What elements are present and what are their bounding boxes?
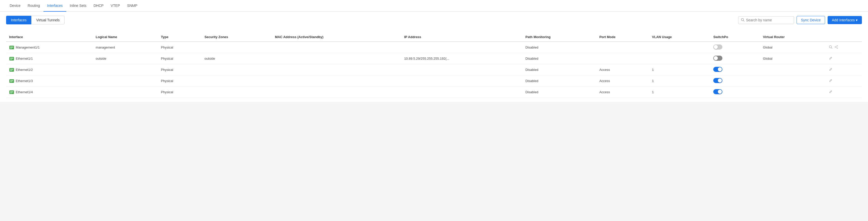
interface-icon: [9, 79, 14, 83]
cell-logical-name: management: [93, 42, 158, 53]
col-type: Type: [158, 33, 201, 42]
cell-type: Physical: [158, 87, 201, 98]
edit-action-icon[interactable]: [829, 68, 832, 72]
svg-line-12: [835, 47, 837, 48]
nav-item-vtep[interactable]: VTEP: [107, 0, 124, 12]
interface-icon: [9, 57, 14, 61]
table-row: Ethernet1/3 PhysicalDisabledAccess1: [6, 75, 862, 87]
col-logical-name: Logical Name: [93, 33, 158, 42]
cell-mac-address: [272, 87, 401, 98]
edit-action-icon[interactable]: [829, 90, 832, 94]
col-security-zones: Security Zones: [202, 33, 272, 42]
toolbar: Interfaces Virtual Tunnels Sync Device A…: [6, 16, 862, 24]
tab-interfaces[interactable]: Interfaces: [6, 16, 31, 24]
action-icons: [829, 90, 859, 94]
switchport-toggle[interactable]: [713, 67, 722, 72]
svg-line-27: [831, 80, 831, 80]
cell-vlan-usage: 1: [649, 87, 710, 98]
content-area: Interfaces Virtual Tunnels Sync Device A…: [0, 12, 868, 102]
svg-point-9: [837, 48, 838, 49]
nav-item-interfaces[interactable]: Interfaces: [43, 0, 66, 12]
table-header-row: Interface Logical Name Type Security Zon…: [6, 33, 862, 42]
svg-line-17: [831, 57, 831, 58]
cell-path-monitoring: Disabled: [522, 42, 596, 53]
search-action-icon[interactable]: [829, 45, 832, 50]
edit-action-icon[interactable]: [829, 79, 832, 83]
top-nav: DeviceRoutingInterfacesInline SetsDHCPVT…: [0, 0, 868, 12]
action-icons: [829, 79, 859, 83]
action-icons: [829, 56, 859, 61]
edit-action-icon[interactable]: [829, 56, 832, 61]
sync-device-button[interactable]: Sync Device: [797, 16, 825, 24]
cell-port-mode: Access: [596, 87, 649, 98]
switchport-toggle[interactable]: [713, 78, 722, 83]
switchport-toggle[interactable]: [713, 56, 722, 61]
col-path-monitoring: Path Monitoring: [522, 33, 596, 42]
cell-actions: [826, 87, 862, 98]
cell-ip-address: [401, 42, 522, 53]
cell-virtual-router: Global: [760, 53, 826, 64]
search-input[interactable]: [746, 18, 791, 22]
interface-name: Ethernet1/3: [16, 79, 33, 83]
cell-security-zones: outside: [202, 53, 272, 64]
svg-line-1: [743, 20, 744, 21]
cell-type: Physical: [158, 53, 201, 64]
cell-port-mode: [596, 42, 649, 53]
cell-switchport: [710, 75, 760, 87]
col-mac-address: MAC Address (Active/Standby): [272, 33, 401, 42]
cell-path-monitoring: Disabled: [522, 64, 596, 75]
tab-virtual-tunnels[interactable]: Virtual Tunnels: [31, 16, 64, 24]
cell-type: Physical: [158, 42, 201, 53]
cell-mac-address: [272, 53, 401, 64]
col-port-mode: Port Mode: [596, 33, 649, 42]
cell-port-mode: Access: [596, 75, 649, 87]
cell-actions: [826, 42, 862, 53]
nav-item-routing[interactable]: Routing: [24, 0, 43, 12]
cell-virtual-router: [760, 64, 826, 75]
add-interfaces-button[interactable]: Add Interfaces ▾: [828, 16, 862, 24]
cell-mac-address: [272, 75, 401, 87]
svg-point-8: [837, 45, 838, 46]
cell-security-zones: [202, 87, 272, 98]
cell-switchport: [710, 53, 760, 64]
action-icons: [829, 45, 859, 50]
toolbar-tabs: Interfaces Virtual Tunnels: [6, 16, 65, 24]
svg-line-32: [831, 91, 831, 91]
cell-type: Physical: [158, 64, 201, 75]
cell-mac-address: [272, 64, 401, 75]
cell-security-zones: [202, 75, 272, 87]
cell-vlan-usage: 1: [649, 64, 710, 75]
cell-virtual-router: [760, 75, 826, 87]
cell-logical-name: [93, 87, 158, 98]
switchport-toggle[interactable]: [713, 44, 722, 50]
col-interface: Interface: [6, 33, 93, 42]
cell-actions: [826, 75, 862, 87]
search-box: [738, 16, 794, 24]
cell-logical-name: outside: [93, 53, 158, 64]
switchport-toggle[interactable]: [713, 89, 722, 94]
toolbar-actions: Sync Device Add Interfaces ▾: [738, 16, 862, 24]
cell-interface: Ethernet1/1: [6, 53, 93, 64]
table-row: Ethernet1/1 outsidePhysicaloutside10.89.…: [6, 53, 862, 64]
svg-point-10: [835, 46, 835, 47]
interface-icon: [9, 45, 14, 50]
share-action-icon[interactable]: [834, 45, 838, 50]
nav-item-device[interactable]: Device: [6, 0, 24, 12]
cell-ip-address: [401, 87, 522, 98]
cell-vlan-usage: [649, 42, 710, 53]
cell-security-zones: [202, 64, 272, 75]
cell-path-monitoring: Disabled: [522, 87, 596, 98]
svg-line-11: [835, 46, 837, 47]
table-row: Ethernet1/4 PhysicalDisabledAccess1: [6, 87, 862, 98]
chevron-down-icon: ▾: [856, 18, 858, 22]
nav-item-dhcp[interactable]: DHCP: [90, 0, 107, 12]
svg-line-7: [831, 48, 832, 49]
cell-port-mode: Access: [596, 64, 649, 75]
table-row: Management1/1 managementPhysicalDisabled…: [6, 42, 862, 53]
interface-name: Ethernet1/2: [16, 68, 33, 72]
col-ip-address: IP Address: [401, 33, 522, 42]
nav-item-snmp[interactable]: SNMP: [123, 0, 141, 12]
nav-item-inline-sets[interactable]: Inline Sets: [66, 0, 90, 12]
cell-switchport: [710, 42, 760, 53]
col-virtual-router: Virtual Router: [760, 33, 826, 42]
